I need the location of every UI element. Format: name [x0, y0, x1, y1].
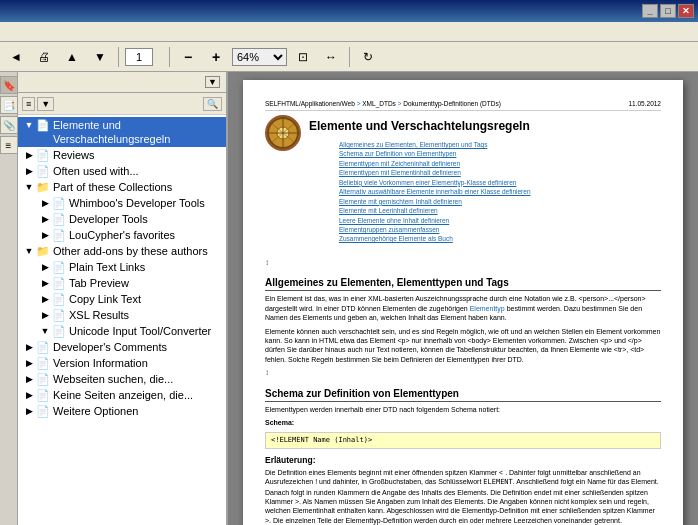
tree-icon: 📄	[36, 148, 50, 162]
tree-icon: 📄	[52, 212, 66, 226]
tree-item[interactable]: ▶ 📄 LouCypher's favorites	[18, 227, 226, 243]
zoom-out-button[interactable]: −	[176, 45, 200, 69]
tree-item[interactable]: ▶ 📄 XSL Results	[18, 307, 226, 323]
close-button[interactable]: ✕	[678, 4, 694, 18]
toc-link[interactable]: Allgemeines zu Elementen, Elementtypen u…	[339, 141, 531, 149]
tree-expander: ▶	[38, 292, 52, 306]
toc-link[interactable]: Elementtypen mit Elementinhalt definiere…	[339, 169, 531, 177]
tree-item[interactable]: ▶ 📄 Copy Link Text	[18, 291, 226, 307]
pdf-section1-p2: Elemente können auch verschachtelt sein,…	[265, 327, 661, 365]
toc-link[interactable]: Elemente mit Leerinhalt definieren	[339, 207, 531, 215]
tree-item[interactable]: ▶ 📄 Weitere Optionen	[18, 403, 226, 419]
pdf-h1: Elemente und Verschachtelungsregeln	[309, 115, 531, 135]
zoom-select[interactable]: 64% 50% 75% 100% 125% 150%	[232, 48, 287, 66]
tree-icon: 📄	[52, 324, 66, 338]
tree-item[interactable]: ▶ 📄 Tab Preview	[18, 275, 226, 291]
tree-label: Webseiten suchen, die...	[53, 372, 226, 386]
tree-label: Copy Link Text	[69, 292, 226, 306]
tree-label: Plain Text Links	[69, 260, 226, 274]
main-area: 🔖 📑 📎 ≡ ▼ ≡ ▼ 🔍 ▼ 📄 Elemente und Verscha…	[0, 72, 698, 525]
toc-link[interactable]: Elemente mit gemischtem Inhalt definiere…	[339, 198, 531, 206]
maximize-button[interactable]: □	[660, 4, 676, 18]
tree-item[interactable]: ▶ 📄 Version Information	[18, 355, 226, 371]
sidebar-tree: ▼ 📄 Elemente und Verschachtelungsregeln …	[18, 115, 226, 525]
tree-icon: 📄	[52, 260, 66, 274]
page-input[interactable]	[125, 48, 153, 66]
toc-link[interactable]: Schema zur Definition von Elementtypen	[339, 150, 531, 158]
werkzeuge-button[interactable]	[646, 45, 668, 69]
title-bar: _ □ ✕	[0, 0, 698, 22]
tree-label: Unicode Input Tool/Converter	[69, 324, 226, 338]
tree-item[interactable]: ▼ 📄 Unicode Input Tool/Converter	[18, 323, 226, 339]
tree-item[interactable]: ▶ 📄 Often used with...	[18, 163, 226, 179]
print-button[interactable]: 🖨	[32, 45, 56, 69]
kommentar-button[interactable]	[672, 45, 694, 69]
pdf-section1-p1: Ein Element ist das, was in einer XML-ba…	[265, 294, 661, 322]
tree-item[interactable]: ▼ 📁 Part of these Collections	[18, 179, 226, 195]
menu-bearbeiten[interactable]	[24, 30, 32, 34]
sidebar-toolbar-btn1[interactable]: ≡	[22, 97, 35, 111]
tree-item[interactable]: ▶ 📄 Plain Text Links	[18, 259, 226, 275]
toc-link[interactable]: Alternativ auswählbare Elemente innerhal…	[339, 188, 531, 196]
tree-item[interactable]: ▶ 📄 Keine Seiten anzeigen, die...	[18, 387, 226, 403]
pdf-erlauterung-text: Die Definition eines Elements beginnt mi…	[265, 468, 661, 525]
bookmarks-panel-icon[interactable]: 🔖	[0, 76, 18, 94]
sidebar-toolbar-btn2[interactable]: ▼	[37, 97, 54, 111]
tree-label: Often used with...	[53, 164, 226, 178]
toc-link[interactable]: Zusammengehörige Elemente als Buch	[339, 235, 531, 243]
tree-item[interactable]: ▶ 📄 Whimboo's Developer Tools	[18, 195, 226, 211]
sidebar-options-button[interactable]: ▼	[205, 76, 220, 88]
pdf-arrow-1: ↕	[265, 258, 661, 268]
pdf-date: 11.05.2012	[628, 100, 661, 108]
fit-page-button[interactable]: ⊡	[291, 45, 315, 69]
menu-ansicht[interactable]	[44, 30, 52, 34]
menu-hilfe[interactable]	[84, 30, 92, 34]
separator-3	[349, 47, 350, 67]
nav-next-button[interactable]: ▼	[88, 45, 112, 69]
sidebar-toolbar: ≡ ▼ 🔍	[18, 93, 226, 115]
toc-link[interactable]: Leere Elemente ohne Inhalt definieren	[339, 217, 531, 225]
tree-expander: ▼	[22, 118, 36, 132]
toc-link[interactable]: Elementgruppen zusammenfassen	[339, 226, 531, 234]
menu-datei[interactable]	[4, 30, 12, 34]
tree-item[interactable]: ▶ 📄 Webseiten suchen, die...	[18, 371, 226, 387]
rotate-button[interactable]: ↻	[356, 45, 380, 69]
tree-label: Developer Tools	[69, 212, 226, 226]
menu-fenster[interactable]	[64, 30, 72, 34]
tree-expander: ▶	[22, 356, 36, 370]
tree-expander: ▶	[22, 404, 36, 418]
fit-width-button[interactable]: ↔	[319, 45, 343, 69]
tree-expander: ▶	[22, 340, 36, 354]
sidebar-search-button[interactable]: 🔍	[203, 97, 222, 111]
back-button[interactable]: ◄	[4, 45, 28, 69]
nav-prev-button[interactable]: ▲	[60, 45, 84, 69]
pages-panel-icon[interactable]: 📑	[0, 96, 18, 114]
pdf-viewer[interactable]: SELFHTML/Applikationen/Web > XML_DTDs > …	[228, 72, 698, 525]
tree-label: Developer's Comments	[53, 340, 226, 354]
minimize-button[interactable]: _	[642, 4, 658, 18]
tree-icon: 📄	[36, 340, 50, 354]
tree-expander: ▶	[38, 260, 52, 274]
tree-label: Keine Seiten anzeigen, die...	[53, 388, 226, 402]
tree-item[interactable]: ▶ 📄 Developer's Comments	[18, 339, 226, 355]
tree-label: XSL Results	[69, 308, 226, 322]
tree-expander: ▶	[38, 196, 52, 210]
tree-expander: ▶	[38, 276, 52, 290]
attachments-panel-icon[interactable]: 📎	[0, 116, 18, 134]
tree-icon: 📁	[36, 244, 50, 258]
layers-panel-icon[interactable]: ≡	[0, 136, 18, 154]
tree-label: Whimboo's Developer Tools	[69, 196, 226, 210]
tree-expander: ▶	[22, 164, 36, 178]
tree-item[interactable]: ▼ 📄 Elemente und Verschachtelungsregeln	[18, 117, 226, 147]
tree-expander: ▶	[22, 388, 36, 402]
toc-link[interactable]: Elementtypen mit Zeicheninhalt definiere…	[339, 160, 531, 168]
window-controls[interactable]: _ □ ✕	[642, 4, 694, 18]
tree-item[interactable]: ▶ 📄 Developer Tools	[18, 211, 226, 227]
tree-item[interactable]: ▼ 📁 Other add-ons by these authors	[18, 243, 226, 259]
toc-link[interactable]: Beliebig viele Vorkommen einer Elementty…	[339, 179, 531, 187]
tree-label: Part of these Collections	[53, 180, 226, 194]
separator-2	[169, 47, 170, 67]
tree-item[interactable]: ▶ 📄 Reviews	[18, 147, 226, 163]
zoom-in-button[interactable]: +	[204, 45, 228, 69]
pdf-top-bar: SELFHTML/Applikationen/Web > XML_DTDs > …	[265, 100, 661, 111]
